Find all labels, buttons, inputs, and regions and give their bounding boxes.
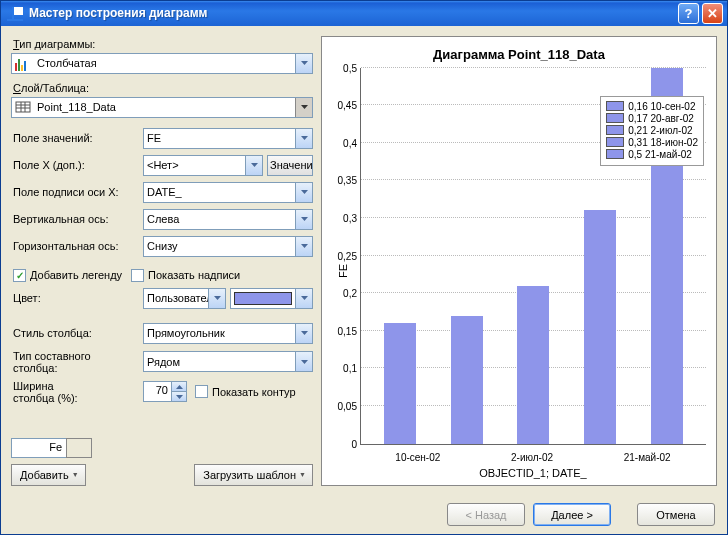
series-color-box[interactable] (66, 438, 92, 458)
x-tick: 2-июл-02 (511, 452, 553, 463)
chevron-down-icon (295, 210, 312, 229)
help-button[interactable]: ? (678, 3, 699, 24)
next-button[interactable]: Далее > (533, 503, 611, 526)
y-tick: 0,25 (338, 250, 357, 261)
horizontal-axis-value: Снизу (144, 240, 295, 252)
chevron-down-icon (295, 352, 312, 371)
y-tick: 0,35 (338, 175, 357, 186)
chevron-down-icon: ▼ (72, 471, 79, 478)
series-name-input[interactable]: Fe (11, 438, 67, 458)
legend-swatch-icon (606, 149, 624, 159)
stacked-type-combo[interactable]: Рядом (143, 351, 313, 372)
x-field-combo[interactable]: <Нет> (143, 155, 263, 176)
chevron-down-icon (295, 237, 312, 256)
color-mode-value: Пользователь (144, 292, 208, 304)
y-tick: 0,1 (343, 363, 357, 374)
chevron-down-icon (295, 324, 312, 343)
titlebar: Мастер построения диаграмм ? ✕ (1, 1, 727, 26)
svg-rect-0 (16, 102, 30, 112)
close-icon: ✕ (707, 6, 718, 21)
show-labels-label: Показать надписи (148, 269, 240, 281)
chart-type-value: Столбчатая (34, 57, 295, 69)
layer-value: Point_118_Data (34, 101, 295, 113)
chart-bar (584, 210, 616, 443)
chart-preview: Диаграмма Point_118_Data FE 00,050,10,15… (321, 36, 717, 486)
load-template-button[interactable]: Загрузить шаблон ▼ (194, 464, 313, 486)
add-button-label: Добавить (20, 469, 69, 481)
checkbox-icon (13, 269, 26, 282)
spinner-down-icon[interactable] (171, 391, 186, 401)
y-tick: 0,05 (338, 400, 357, 411)
bar-width-label: Ширинастолбца (%): (11, 380, 143, 404)
stacked-type-value: Рядом (144, 356, 295, 368)
horizontal-axis-combo[interactable]: Снизу (143, 236, 313, 257)
bar-style-label: Стиль столбца: (11, 327, 143, 339)
add-legend-label: Добавить легенду (30, 269, 122, 281)
close-button[interactable]: ✕ (702, 3, 723, 24)
show-outline-checkbox[interactable]: Показать контур (195, 385, 296, 398)
dialog-buttons: < Назад Далее > Отмена (1, 496, 727, 535)
layer-combo[interactable]: Point_118_Data (11, 97, 313, 118)
chart-type-combo[interactable]: Столбчатая (11, 53, 313, 74)
legend-swatch-icon (606, 101, 624, 111)
bar-width-spinner[interactable]: 70 (143, 381, 187, 402)
y-tick: 0,5 (343, 62, 357, 73)
y-tick: 0,4 (343, 137, 357, 148)
color-label: Цвет: (11, 292, 143, 304)
color-swatch-icon (234, 292, 292, 305)
add-legend-checkbox[interactable]: Добавить легенду (13, 269, 122, 282)
x-field-values-button[interactable]: Значени (267, 155, 313, 176)
y-tick: 0,2 (343, 288, 357, 299)
legend-label: 0,21 2-июл-02 (628, 125, 692, 136)
x-axis-label-field-label: Поле подписи оси X: (11, 186, 143, 198)
legend-swatch-icon (606, 125, 624, 135)
window-title: Мастер построения диаграмм (29, 6, 678, 20)
app-icon (7, 5, 23, 21)
x-axis-label-field-combo[interactable]: DATE_ (143, 182, 313, 203)
legend-item: 0,31 18-июн-02 (606, 137, 698, 148)
legend-label: 0,5 21-май-02 (628, 149, 692, 160)
chevron-down-icon (295, 129, 312, 148)
chart-legend: 0,16 10-сен-020,17 20-авг-020,21 2-июл-0… (600, 96, 704, 166)
back-button[interactable]: < Назад (447, 503, 525, 526)
vertical-axis-combo[interactable]: Слева (143, 209, 313, 230)
legend-item: 0,5 21-май-02 (606, 149, 698, 160)
chart-title: Диаграмма Point_118_Data (328, 47, 710, 62)
x-axis-label-field-value: DATE_ (144, 186, 295, 198)
value-field-value: FE (144, 132, 295, 144)
bar-style-combo[interactable]: Прямоугольник (143, 323, 313, 344)
horizontal-axis-label: Горизонтальная ось: (11, 240, 143, 252)
chart-type-label: Тип диаграммы: (13, 38, 313, 50)
value-field-combo[interactable]: FE (143, 128, 313, 149)
chart-x-label: OBJECTID_1; DATE_ (360, 467, 706, 479)
color-picker[interactable] (230, 288, 313, 309)
legend-swatch-icon (606, 137, 624, 147)
x-tick: 21-май-02 (624, 452, 671, 463)
legend-label: 0,31 18-июн-02 (628, 137, 698, 148)
y-tick: 0,45 (338, 100, 357, 111)
legend-swatch-icon (606, 113, 624, 123)
spinner-up-icon[interactable] (171, 382, 186, 391)
legend-item: 0,17 20-авг-02 (606, 113, 698, 124)
x-tick: 10-сен-02 (395, 452, 440, 463)
color-mode-combo[interactable]: Пользователь (143, 288, 226, 309)
bar-chart-icon (15, 55, 31, 71)
dialog-window: Мастер построения диаграмм ? ✕ Тип диагр… (0, 0, 728, 535)
vertical-axis-label: Вертикальная ось: (11, 213, 143, 225)
chart-bar (517, 286, 549, 444)
checkbox-icon (131, 269, 144, 282)
stacked-type-label: Тип составногостолбца: (11, 350, 143, 374)
add-series-button[interactable]: Добавить ▼ (11, 464, 86, 486)
vertical-axis-value: Слева (144, 213, 295, 225)
chevron-down-icon (295, 289, 312, 308)
x-field-label: Поле X (доп.): (11, 159, 143, 171)
y-tick: 0,15 (338, 325, 357, 336)
legend-label: 0,17 20-авг-02 (628, 113, 694, 124)
load-template-label: Загрузить шаблон (203, 469, 296, 481)
show-labels-checkbox[interactable]: Показать надписи (131, 269, 240, 282)
legend-label: 0,16 10-сен-02 (628, 101, 695, 112)
cancel-button[interactable]: Отмена (637, 503, 715, 526)
legend-item: 0,16 10-сен-02 (606, 101, 698, 112)
chevron-down-icon (208, 289, 225, 308)
show-outline-label: Показать контур (212, 386, 296, 398)
